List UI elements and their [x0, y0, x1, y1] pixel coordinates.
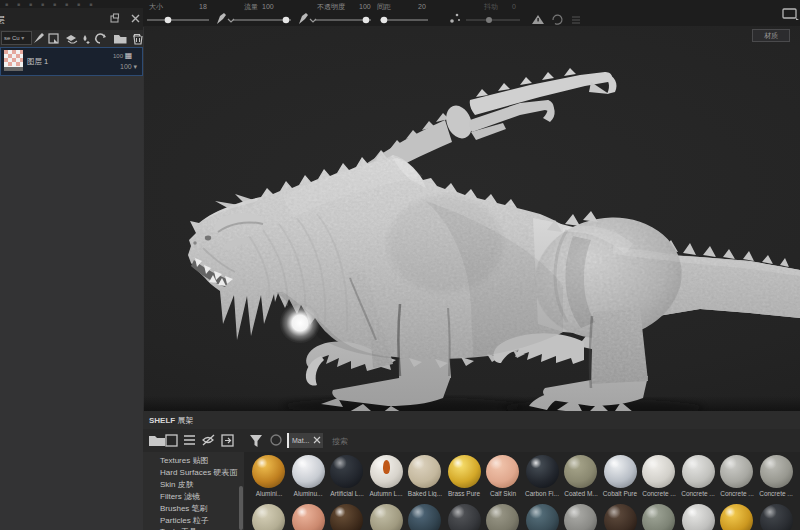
svg-text:搜索: 搜索	[332, 437, 348, 446]
svg-text:Mat...: Mat...	[292, 437, 310, 444]
